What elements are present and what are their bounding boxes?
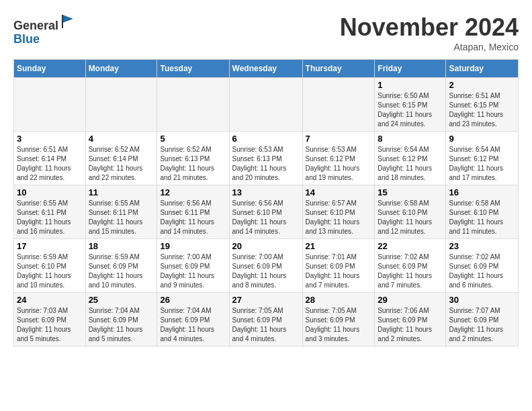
sunset-text: Sunset: 6:09 PM bbox=[378, 263, 427, 270]
daylight-text: Daylight: 11 hours and 10 minutes. bbox=[89, 272, 143, 289]
sunset-text: Sunset: 6:09 PM bbox=[306, 316, 355, 324]
sunrise-text: Sunrise: 7:05 AM bbox=[306, 307, 357, 314]
sunset-text: Sunset: 6:13 PM bbox=[232, 155, 282, 163]
calendar-cell: 12 Sunrise: 6:56 AM Sunset: 6:11 PM Dayl… bbox=[157, 185, 229, 239]
sunrise-text: Sunrise: 6:51 AM bbox=[449, 92, 500, 99]
sunset-text: Sunset: 6:12 PM bbox=[306, 155, 355, 163]
day-info: Sunrise: 7:04 AM Sunset: 6:09 PM Dayligh… bbox=[89, 306, 154, 344]
calendar-cell: 29 Sunrise: 7:06 AM Sunset: 6:09 PM Dayl… bbox=[375, 293, 446, 347]
day-number: 6 bbox=[232, 134, 300, 144]
daylight-text: Daylight: 11 hours and 11 minutes. bbox=[449, 218, 503, 235]
sunrise-text: Sunrise: 6:54 AM bbox=[449, 146, 500, 153]
day-number: 14 bbox=[306, 187, 372, 197]
sunrise-text: Sunrise: 6:52 AM bbox=[160, 146, 211, 153]
sunrise-text: Sunrise: 6:58 AM bbox=[449, 199, 500, 207]
calendar-cell: 25 Sunrise: 7:04 AM Sunset: 6:09 PM Dayl… bbox=[85, 293, 157, 347]
day-info: Sunrise: 7:00 AM Sunset: 6:09 PM Dayligh… bbox=[232, 253, 300, 290]
sunset-text: Sunset: 6:09 PM bbox=[160, 263, 210, 270]
sunset-text: Sunset: 6:09 PM bbox=[378, 316, 427, 324]
day-number: 3 bbox=[17, 134, 83, 144]
day-info: Sunrise: 6:59 AM Sunset: 6:09 PM Dayligh… bbox=[89, 253, 154, 290]
sunset-text: Sunset: 6:10 PM bbox=[232, 209, 282, 216]
daylight-text: Daylight: 11 hours and 16 minutes. bbox=[17, 218, 71, 235]
sunrise-text: Sunrise: 6:54 AM bbox=[378, 146, 429, 153]
daylight-text: Daylight: 11 hours and 19 minutes. bbox=[306, 165, 360, 181]
page-header: General Blue November 2024 Atapan, Mexic… bbox=[13, 13, 519, 52]
calendar-cell bbox=[229, 78, 302, 132]
day-number: 13 bbox=[232, 187, 300, 197]
day-number: 18 bbox=[89, 241, 154, 251]
day-number: 7 bbox=[306, 134, 372, 144]
day-info: Sunrise: 7:01 AM Sunset: 6:09 PM Dayligh… bbox=[306, 253, 372, 290]
calendar-cell: 8 Sunrise: 6:54 AM Sunset: 6:12 PM Dayli… bbox=[375, 132, 446, 185]
sunrise-text: Sunrise: 6:55 AM bbox=[17, 199, 68, 207]
sunset-text: Sunset: 6:15 PM bbox=[378, 101, 427, 109]
daylight-text: Daylight: 11 hours and 14 minutes. bbox=[160, 218, 214, 235]
day-number: 25 bbox=[89, 295, 154, 305]
daylight-text: Daylight: 11 hours and 23 minutes. bbox=[449, 111, 503, 128]
daylight-text: Daylight: 11 hours and 10 minutes. bbox=[17, 272, 71, 289]
day-info: Sunrise: 6:56 AM Sunset: 6:10 PM Dayligh… bbox=[232, 199, 300, 236]
sunset-text: Sunset: 6:09 PM bbox=[232, 316, 282, 324]
weekday-header-wednesday: Wednesday bbox=[229, 60, 302, 78]
calendar-cell: 27 Sunrise: 7:05 AM Sunset: 6:09 PM Dayl… bbox=[229, 293, 302, 347]
calendar-cell: 9 Sunrise: 6:54 AM Sunset: 6:12 PM Dayli… bbox=[446, 132, 519, 185]
daylight-text: Daylight: 11 hours and 2 minutes. bbox=[378, 326, 432, 342]
day-number: 10 bbox=[17, 187, 83, 197]
calendar-cell: 3 Sunrise: 6:51 AM Sunset: 6:14 PM Dayli… bbox=[14, 132, 86, 185]
day-info: Sunrise: 7:05 AM Sunset: 6:09 PM Dayligh… bbox=[232, 306, 300, 344]
sunrise-text: Sunrise: 6:59 AM bbox=[89, 253, 140, 261]
sunrise-text: Sunrise: 6:53 AM bbox=[232, 146, 283, 153]
daylight-text: Daylight: 11 hours and 3 minutes. bbox=[306, 326, 360, 342]
day-number: 5 bbox=[160, 134, 226, 144]
day-info: Sunrise: 7:05 AM Sunset: 6:09 PM Dayligh… bbox=[306, 306, 372, 344]
day-info: Sunrise: 6:50 AM Sunset: 6:15 PM Dayligh… bbox=[378, 91, 443, 129]
calendar-cell: 20 Sunrise: 7:00 AM Sunset: 6:09 PM Dayl… bbox=[229, 239, 302, 293]
day-number: 4 bbox=[89, 134, 154, 144]
daylight-text: Daylight: 11 hours and 22 minutes. bbox=[17, 165, 71, 181]
logo-general: General bbox=[13, 19, 58, 32]
daylight-text: Daylight: 11 hours and 18 minutes. bbox=[378, 165, 432, 181]
sunrise-text: Sunrise: 7:06 AM bbox=[378, 307, 429, 314]
day-info: Sunrise: 6:58 AM Sunset: 6:10 PM Dayligh… bbox=[378, 199, 443, 236]
sunset-text: Sunset: 6:10 PM bbox=[17, 263, 66, 270]
day-info: Sunrise: 7:06 AM Sunset: 6:09 PM Dayligh… bbox=[378, 306, 443, 344]
svg-rect-1 bbox=[62, 15, 63, 28]
day-number: 17 bbox=[17, 241, 83, 251]
calendar-cell: 15 Sunrise: 6:58 AM Sunset: 6:10 PM Dayl… bbox=[375, 185, 446, 239]
sunset-text: Sunset: 6:09 PM bbox=[232, 263, 282, 270]
calendar-cell: 4 Sunrise: 6:52 AM Sunset: 6:14 PM Dayli… bbox=[85, 132, 157, 185]
day-number: 11 bbox=[89, 187, 154, 197]
calendar-cell bbox=[302, 78, 375, 132]
daylight-text: Daylight: 11 hours and 8 minutes. bbox=[232, 272, 287, 289]
day-number: 19 bbox=[160, 241, 226, 251]
sunrise-text: Sunrise: 6:55 AM bbox=[89, 199, 140, 207]
sunrise-text: Sunrise: 6:50 AM bbox=[378, 92, 429, 99]
calendar-cell: 13 Sunrise: 6:56 AM Sunset: 6:10 PM Dayl… bbox=[229, 185, 302, 239]
daylight-text: Daylight: 11 hours and 21 minutes. bbox=[160, 165, 214, 181]
day-number: 1 bbox=[378, 80, 443, 90]
daylight-text: Daylight: 11 hours and 22 minutes. bbox=[89, 165, 143, 181]
day-number: 8 bbox=[378, 134, 443, 144]
sunrise-text: Sunrise: 7:00 AM bbox=[160, 253, 211, 261]
location: Atapan, Mexico bbox=[340, 42, 519, 52]
day-info: Sunrise: 6:55 AM Sunset: 6:11 PM Dayligh… bbox=[89, 199, 154, 236]
svg-marker-0 bbox=[62, 15, 73, 23]
day-number: 27 bbox=[232, 295, 300, 305]
day-info: Sunrise: 6:54 AM Sunset: 6:12 PM Dayligh… bbox=[378, 145, 443, 183]
daylight-text: Daylight: 11 hours and 7 minutes. bbox=[378, 272, 432, 289]
calendar-cell bbox=[14, 78, 86, 132]
daylight-text: Daylight: 11 hours and 13 minutes. bbox=[306, 218, 360, 235]
sunset-text: Sunset: 6:14 PM bbox=[17, 155, 66, 163]
weekday-header-sunday: Sunday bbox=[14, 60, 86, 78]
day-info: Sunrise: 6:57 AM Sunset: 6:10 PM Dayligh… bbox=[306, 199, 372, 236]
sunset-text: Sunset: 6:09 PM bbox=[160, 316, 210, 324]
day-number: 30 bbox=[449, 295, 515, 305]
sunset-text: Sunset: 6:10 PM bbox=[306, 209, 355, 216]
sunrise-text: Sunrise: 7:04 AM bbox=[160, 307, 211, 314]
sunset-text: Sunset: 6:09 PM bbox=[89, 316, 138, 324]
daylight-text: Daylight: 11 hours and 15 minutes. bbox=[89, 218, 143, 235]
sunrise-text: Sunrise: 7:04 AM bbox=[89, 307, 140, 314]
sunset-text: Sunset: 6:10 PM bbox=[449, 209, 498, 216]
calendar-cell: 6 Sunrise: 6:53 AM Sunset: 6:13 PM Dayli… bbox=[229, 132, 302, 185]
